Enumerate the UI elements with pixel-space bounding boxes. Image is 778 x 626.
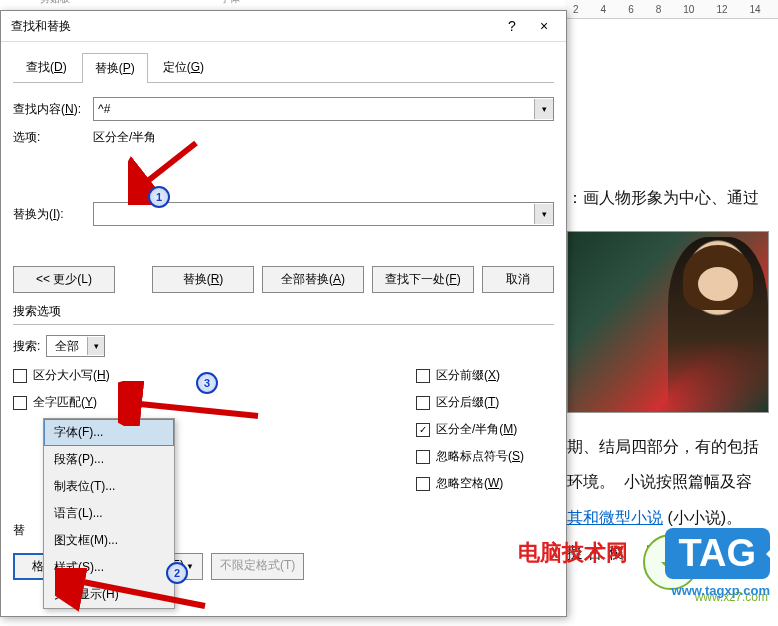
ribbon-font-label: 字体 <box>220 0 240 6</box>
checkbox-icon <box>13 396 27 410</box>
annotation-arrow-format <box>55 568 225 618</box>
tag-url: www.tagxp.com <box>672 583 770 598</box>
options-label: 选项: <box>13 129 93 146</box>
annotation-badge-3: 3 <box>196 372 218 394</box>
checkbox-icon <box>13 369 27 383</box>
annotation-badge-2: 2 <box>166 562 188 584</box>
checkbox-icon <box>416 396 430 410</box>
annotation-arrow-1 <box>128 135 218 205</box>
checkbox-icon <box>416 450 430 464</box>
replace-dropdown-button[interactable]: ▾ <box>534 204 553 224</box>
help-button[interactable]: ? <box>498 17 526 35</box>
dialog-tabs: 查找(D) 替换(P) 定位(G) <box>13 52 554 83</box>
document-image <box>567 231 769 413</box>
replace-all-button[interactable]: 全部替换(A) <box>262 266 364 293</box>
find-next-button[interactable]: 查找下一处(F) <box>372 266 474 293</box>
checkbox-icon <box>416 369 430 383</box>
tab-replace[interactable]: 替换(P) <box>82 53 148 83</box>
replace-label: 替换为(I): <box>13 206 93 223</box>
svg-line-1 <box>140 143 196 187</box>
annotation-badge-1: 1 <box>148 186 170 208</box>
chk-prefix[interactable]: 区分前缀(X) <box>416 367 524 384</box>
annotation-arrow-font <box>118 381 268 426</box>
horizontal-ruler: 2 4 6 8 10 12 14 16 18 20 22 24 <box>565 0 778 19</box>
doc-line: 环境。 小说按照篇幅及容 <box>567 464 778 499</box>
find-dropdown-button[interactable]: ▾ <box>534 99 553 119</box>
checkbox-icon <box>416 423 430 437</box>
watermark-site-name: 电脑技术网 <box>518 538 628 568</box>
find-input-combo[interactable]: ▾ <box>93 97 554 121</box>
find-label: 查找内容(N): <box>13 101 93 118</box>
find-input[interactable] <box>94 99 534 119</box>
svg-line-3 <box>130 403 258 416</box>
tab-goto[interactable]: 定位(G) <box>150 52 217 82</box>
checkbox-icon <box>416 477 430 491</box>
doc-line: 期、结局四部分，有的包括 <box>567 429 778 464</box>
search-direction-select[interactable]: 全部 ▾ <box>46 335 105 357</box>
less-button[interactable]: << 更少(L) <box>13 266 115 293</box>
replace-button[interactable]: 替换(R) <box>152 266 254 293</box>
doc-line: ：画人物形象为中心、通过 <box>567 180 778 215</box>
search-direction-label: 搜索: <box>13 338 40 355</box>
document-body: ：画人物形象为中心、通过 期、结局四部分，有的包括 环境。 小说按照篇幅及容 其… <box>567 180 778 570</box>
menu-item-frame[interactable]: 图文框(M)... <box>44 527 174 554</box>
chk-full-half[interactable]: 区分全/半角(M) <box>416 421 524 438</box>
svg-line-5 <box>73 580 205 606</box>
menu-item-tabs[interactable]: 制表位(T)... <box>44 473 174 500</box>
menu-item-paragraph[interactable]: 段落(P)... <box>44 446 174 473</box>
cancel-button[interactable]: 取消 <box>482 266 554 293</box>
close-button[interactable]: × <box>530 17 558 35</box>
watermark-tag: TAG www.tagxp.com <box>665 528 770 598</box>
tag-logo: TAG <box>665 528 770 579</box>
search-options-header: 搜索选项 <box>13 303 554 325</box>
ribbon-clipboard-label: 剪贴板 <box>40 0 70 6</box>
find-replace-dialog: 查找和替换 ? × 查找(D) 替换(P) 定位(G) 查找内容(N): ▾ 选… <box>0 10 567 617</box>
chk-ignore-space[interactable]: 忽略空格(W) <box>416 475 524 492</box>
chk-suffix[interactable]: 区分后缀(T) <box>416 394 524 411</box>
tab-find[interactable]: 查找(D) <box>13 52 80 82</box>
chevron-down-icon[interactable]: ▾ <box>87 337 104 355</box>
menu-item-language[interactable]: 语言(L)... <box>44 500 174 527</box>
chk-ignore-punct[interactable]: 忽略标点符号(S) <box>416 448 524 465</box>
dialog-title: 查找和替换 <box>11 18 71 35</box>
